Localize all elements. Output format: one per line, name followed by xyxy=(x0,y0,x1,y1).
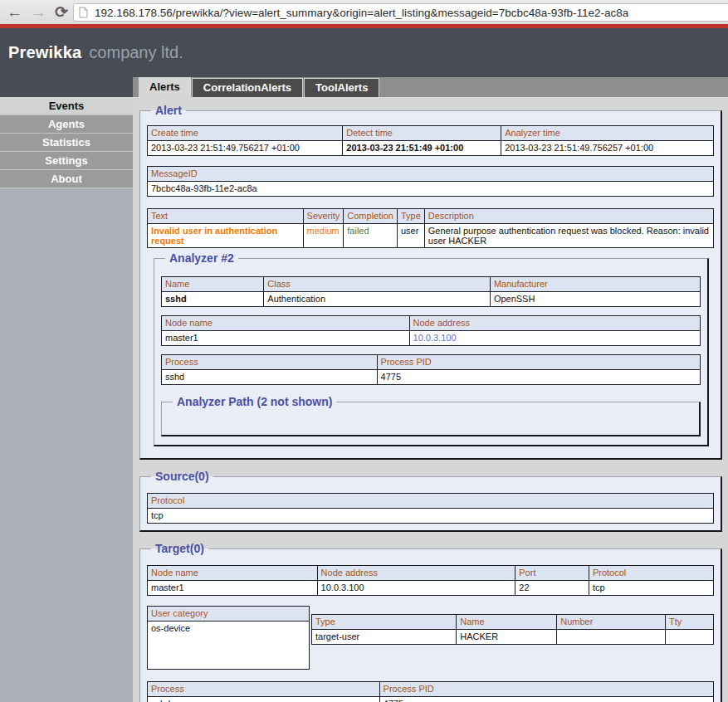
description-header: Description xyxy=(424,209,713,224)
target-section: Target(0) Node name Node address Port Pr… xyxy=(139,542,722,702)
analyzer-class-header: Class xyxy=(264,277,491,292)
target-node-name-value: master1 xyxy=(148,581,318,596)
alert-times-table: Create time Detect time Analyzer time 20… xyxy=(147,125,714,156)
analyzer-path-body xyxy=(169,412,692,428)
user-name-value: HACKER xyxy=(457,630,557,645)
target-process-value: sshd xyxy=(148,697,380,702)
tab-alerts[interactable]: Alerts xyxy=(139,77,191,97)
completion-value: failed xyxy=(344,224,398,248)
target-process-pid-header: Process PID xyxy=(379,682,713,697)
text-header: Text xyxy=(148,209,304,224)
user-name-header: Name xyxy=(457,615,557,630)
tab-correlationalerts[interactable]: CorrelationAlerts xyxy=(192,78,303,97)
target-node-address-header: Node address xyxy=(317,566,515,581)
sidebar-item-statistics[interactable]: Statistics xyxy=(0,134,133,152)
target-node-address-value: 10.0.3.100 xyxy=(317,581,515,596)
analyzer-node-table: Node name Node address master1 10.0.3.10… xyxy=(161,315,701,346)
analyzer-name-header: Name xyxy=(162,277,264,292)
target-section-title: Target(0) xyxy=(151,542,208,555)
sidebar-item-about[interactable]: About xyxy=(0,170,133,188)
detect-time-header: Detect time xyxy=(343,126,501,141)
analyzer-path-section: Analyzer Path (2 not shown) xyxy=(161,395,701,436)
user-category-value: os-device xyxy=(148,622,310,670)
address-bar[interactable]: 192.168.178.56/prewikka/?view=alert_summ… xyxy=(73,3,728,22)
type-header: Type xyxy=(397,209,424,224)
source-section-title: Source(0) xyxy=(151,470,213,483)
source-protocol-header: Protocol xyxy=(148,494,714,509)
target-node-table: Node name Node address Port Protocol mas… xyxy=(147,565,714,596)
source-protocol-value: tcp xyxy=(148,509,714,524)
target-protocol-header: Protocol xyxy=(589,566,713,581)
classification-table: Text Severity Completion Type Descriptio… xyxy=(147,208,714,248)
analyzer-process-header: Process xyxy=(162,355,378,370)
create-time-header: Create time xyxy=(148,126,343,141)
user-tty-value xyxy=(665,630,713,645)
target-user-table: Type Name Number Tty target-user HACKER xyxy=(311,614,714,645)
analyzer-time-header: Analyzer time xyxy=(501,126,714,141)
target-protocol-value: tcp xyxy=(589,581,713,596)
app-header: Prewikka company ltd. xyxy=(0,28,728,77)
user-number-value xyxy=(557,630,666,645)
target-process-pid-value: 4775 xyxy=(379,697,713,702)
forward-icon[interactable]: → xyxy=(31,4,46,20)
detect-time-value: 2013-03-23 21:51:49 +01:00 xyxy=(343,141,501,156)
alert-section-title: Alert xyxy=(151,104,186,117)
url-text[interactable]: 192.168.178.56/prewikka/?view=alert_summ… xyxy=(95,7,628,19)
messageid-value: 7bcbc48a-93fb-11e2-ac8a xyxy=(148,182,714,197)
alert-text-value[interactable]: Invalid user in authentication request xyxy=(148,224,304,248)
analyzer-node-name-value: master1 xyxy=(162,331,410,346)
type-value: user xyxy=(397,224,424,248)
analyzer-node-name-header: Node name xyxy=(162,316,410,331)
alert-section: Alert Create time Detect time Analyzer t… xyxy=(139,104,722,460)
user-number-header: Number xyxy=(557,615,666,630)
brand-title: Prewikka xyxy=(8,43,81,62)
user-category-table: User category os-device xyxy=(147,606,310,670)
target-process-table: Process Process PID sshd 4775 xyxy=(147,681,714,702)
sidebar-item-settings[interactable]: Settings xyxy=(0,152,133,170)
browser-toolbar: ← → ⟳ 192.168.178.56/prewikka/?view=aler… xyxy=(0,0,728,24)
tab-bar: Alerts CorrelationAlerts ToolAlerts xyxy=(0,77,728,97)
analyzer-node-address-value[interactable]: 10.0.3.100 xyxy=(409,331,700,346)
severity-header: Severity xyxy=(303,209,344,224)
sidebar-item-agents[interactable]: Agents xyxy=(0,115,133,134)
analyzer-path-title: Analyzer Path (2 not shown) xyxy=(173,395,336,408)
analyzer-time-value: 2013-03-23 21:51:49.756257 +01:00 xyxy=(501,141,714,156)
target-process-header: Process xyxy=(148,682,380,697)
analyzer-manufacturer-header: Manufacturer xyxy=(490,277,700,292)
analyzer-process-table: Process Process PID sshd 4775 xyxy=(161,354,701,385)
analyzer-node-address-header: Node address xyxy=(409,316,700,331)
analyzer-info-table: Name Class Manufacturer sshd Authenticat… xyxy=(161,276,701,307)
user-category-header: User category xyxy=(148,607,310,622)
page-icon xyxy=(79,7,88,18)
user-type-header: Type xyxy=(312,615,457,630)
back-icon[interactable]: ← xyxy=(7,4,22,20)
tab-bar-left-spacer xyxy=(0,77,133,97)
sidebar-item-events[interactable]: Events xyxy=(0,97,133,115)
target-user-block: User category os-device Type Name Number… xyxy=(147,606,714,670)
reload-icon[interactable]: ⟳ xyxy=(55,4,68,20)
tab-toolalerts[interactable]: ToolAlerts xyxy=(304,78,379,97)
analyzer-class-value: Authentication xyxy=(264,292,491,307)
analyzer-process-pid-header: Process PID xyxy=(377,355,700,370)
user-tty-header: Tty xyxy=(665,615,713,630)
source-section: Source(0) Protocol tcp xyxy=(139,470,722,532)
source-protocol-table: Protocol tcp xyxy=(147,493,714,524)
analyzer-process-value: sshd xyxy=(162,370,378,385)
target-port-header: Port xyxy=(515,566,589,581)
alert-summary-content: Alert Create time Detect time Analyzer t… xyxy=(133,97,728,702)
create-time-value: 2013-03-23 21:51:49.756217 +01:00 xyxy=(148,141,343,156)
analyzer-section-title: Analyzer #2 xyxy=(165,251,238,265)
sidebar: Events Agents Statistics Settings About xyxy=(0,97,133,702)
messageid-table: MessageID 7bcbc48a-93fb-11e2-ac8a xyxy=(147,166,714,197)
description-value: General purpose authentication request w… xyxy=(424,224,713,248)
messageid-header: MessageID xyxy=(148,167,714,182)
analyzer-manufacturer-value: OpenSSH xyxy=(490,292,700,307)
target-port-value: 22 xyxy=(515,581,589,596)
target-node-name-header: Node name xyxy=(148,566,318,581)
analyzer-name-value: sshd xyxy=(162,292,264,307)
completion-header: Completion xyxy=(344,209,398,224)
user-type-value: target-user xyxy=(312,630,457,645)
tab-strip: Alerts CorrelationAlerts ToolAlerts xyxy=(133,77,728,97)
brand-company: company ltd. xyxy=(89,43,183,62)
analyzer-section: Analyzer #2 Name Class Manufacturer sshd… xyxy=(154,251,709,446)
